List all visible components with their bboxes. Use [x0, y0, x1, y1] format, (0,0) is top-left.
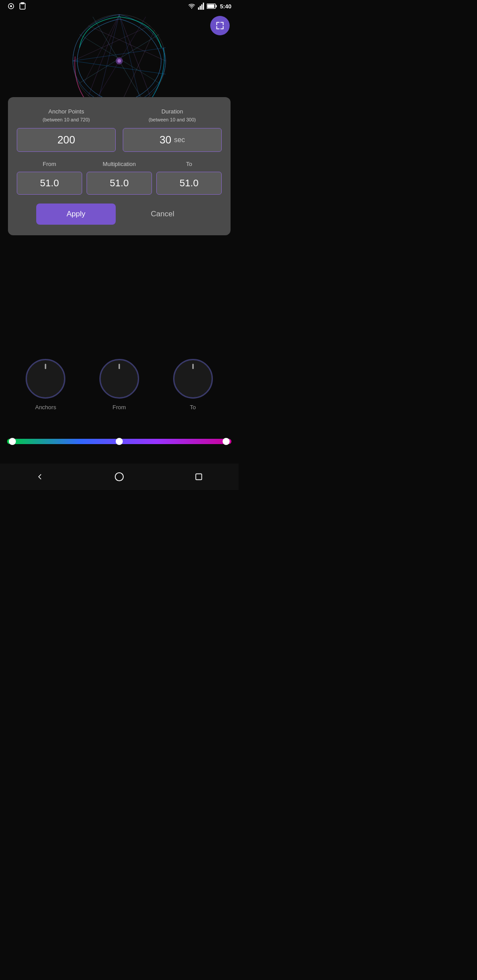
svg-rect-8 [203, 3, 204, 10]
gradient-bar[interactable] [7, 439, 231, 444]
duration-label: Duration (between 10 and 300) [148, 108, 196, 124]
svg-line-26 [119, 30, 155, 107]
nav-bar [0, 464, 238, 490]
time-display: 5:40 [220, 3, 231, 10]
anchor-points-label: Anchor Points (between 10 and 720) [42, 108, 90, 124]
gradient-dot-right[interactable] [223, 438, 230, 445]
viz-svg [71, 12, 168, 109]
spiral-visualization [71, 12, 168, 109]
settings-modal: Anchor Points (between 10 and 720) 200 D… [8, 97, 231, 235]
svg-point-28 [117, 59, 121, 63]
modal-row-1: Anchor Points (between 10 and 720) 200 D… [17, 108, 222, 152]
knobs-area: Anchors From To [0, 359, 238, 411]
battery-icon [207, 3, 217, 9]
anchor-points-col: Anchor Points (between 10 and 720) 200 [17, 108, 116, 152]
svg-point-29 [115, 473, 123, 481]
svg-line-21 [88, 15, 119, 96]
expand-button[interactable] [210, 16, 230, 35]
back-button[interactable] [30, 467, 49, 486]
gradient-dot-left[interactable] [9, 438, 16, 445]
expand-icon [215, 21, 225, 30]
from-knob[interactable] [99, 359, 139, 399]
status-bar: 5:40 [0, 0, 238, 12]
from-col: From 51.0 [17, 161, 82, 195]
back-icon [35, 472, 44, 481]
status-right-icons: 5:40 [188, 3, 231, 10]
signal-icon [198, 3, 204, 10]
anchors-label: Anchors [35, 404, 56, 411]
svg-point-1 [10, 5, 12, 8]
to-knob[interactable] [173, 359, 213, 399]
multiplication-input[interactable]: 51.0 [87, 172, 152, 195]
svg-rect-5 [198, 8, 199, 10]
to-knob-label: To [190, 404, 196, 411]
anchor-points-input[interactable]: 200 [17, 128, 116, 152]
status-left-icons [7, 2, 26, 10]
svg-rect-30 [196, 474, 201, 479]
gradient-bar-container[interactable] [7, 437, 231, 446]
multiplication-label: Multiplication [102, 161, 136, 167]
duration-col: Duration (between 10 and 300) 30 sec [123, 108, 222, 152]
from-knob-container: From [99, 359, 139, 411]
from-input[interactable]: 51.0 [17, 172, 82, 195]
duration-input[interactable]: 30 sec [123, 128, 222, 152]
recents-icon [194, 472, 203, 481]
clipboard-icon [19, 2, 26, 10]
modal-buttons: Apply Cancel [17, 204, 222, 225]
modal-row-2: From 51.0 Multiplication 51.0 To 51.0 [17, 161, 222, 195]
recents-button[interactable] [189, 467, 208, 486]
from-knob-label: From [113, 404, 126, 411]
anchors-knob[interactable] [26, 359, 65, 399]
viz-area [0, 12, 238, 109]
to-col: To 51.0 [156, 161, 222, 195]
svg-rect-6 [200, 6, 201, 10]
svg-rect-11 [207, 4, 214, 8]
home-button[interactable] [110, 467, 129, 486]
anchors-knob-container: Anchors [26, 359, 65, 411]
to-label: To [186, 161, 192, 167]
svg-rect-10 [216, 5, 217, 7]
svg-line-25 [88, 26, 166, 61]
to-input[interactable]: 51.0 [156, 172, 222, 195]
svg-point-4 [191, 8, 192, 9]
cancel-button[interactable]: Cancel [123, 204, 202, 225]
apply-button[interactable]: Apply [36, 204, 116, 225]
from-label: From [43, 161, 56, 167]
wifi-icon [188, 3, 195, 10]
svg-rect-7 [201, 4, 203, 10]
gradient-dot-center[interactable] [116, 438, 123, 445]
home-icon [114, 472, 124, 482]
notification-icon [7, 2, 15, 10]
to-knob-container: To [173, 359, 213, 411]
multiplication-col: Multiplication 51.0 [87, 161, 152, 195]
